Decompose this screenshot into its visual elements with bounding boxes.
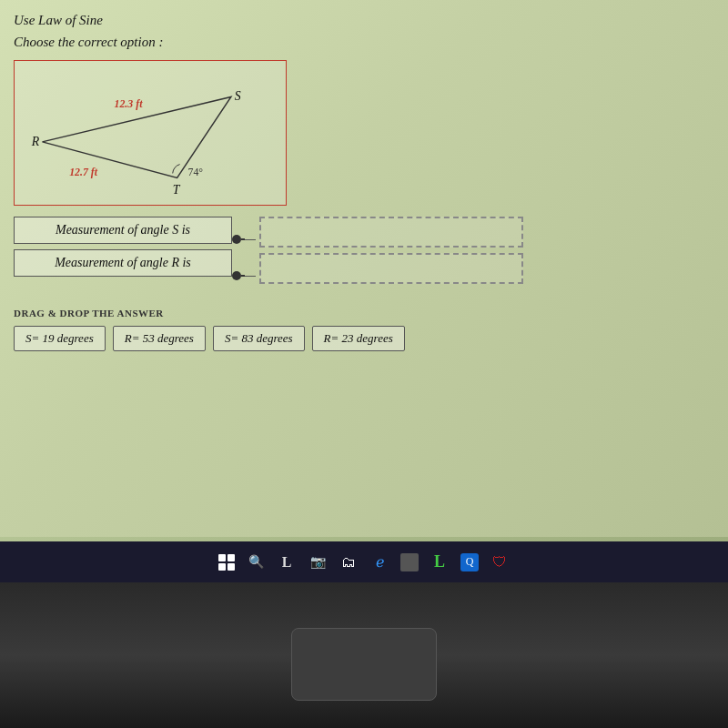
drag-chip-s19[interactable]: S= 19 degrees [14, 326, 106, 351]
edge-icon[interactable]: ℯ [369, 552, 389, 572]
taskbar-l-green[interactable]: L [430, 552, 450, 572]
drag-chip-r53[interactable]: R= 53 degrees [113, 326, 206, 351]
question-label-s: Measurement of angle S is [14, 217, 232, 244]
instructions: Use Law of Sine Choose the correct optio… [14, 9, 705, 53]
svg-text:74°: 74° [187, 166, 203, 178]
content-area: Use Law of Sine Choose the correct optio… [14, 9, 705, 351]
connector-dot-s [232, 235, 241, 244]
instruction-line2: Choose the correct option : [14, 31, 705, 53]
taskbar-icon-box1[interactable] [400, 553, 419, 571]
connector-dot-r [232, 271, 241, 280]
svg-text:T: T [173, 183, 181, 197]
taskbar-icon-l[interactable]: L [277, 552, 297, 572]
taskbar-icon-red[interactable]: 🛡 [490, 552, 510, 572]
svg-text:12.7 ft: 12.7 ft [69, 166, 98, 178]
taskbar: 🔍 L 📷 🗂 ℯ L Q 🛡 [0, 541, 728, 582]
svg-text:S: S [235, 89, 241, 103]
triangle-diagram: R S T 12.3 ft 12.7 ft 74° [14, 60, 287, 206]
drag-chip-r23[interactable]: R= 23 degrees [312, 326, 405, 351]
triangle-svg: R S T 12.3 ft 12.7 ft 74° [15, 61, 286, 205]
drop-zone-r[interactable] [259, 253, 523, 284]
drag-options: S= 19 degrees R= 53 degrees S= 83 degree… [14, 326, 705, 351]
windows-start-button[interactable] [218, 554, 235, 571]
questions-area: Measurement of angle S is Measurement of… [14, 217, 705, 291]
laptop-bottom-bezel [0, 582, 728, 728]
drop-zone-s[interactable] [259, 217, 523, 248]
question-label-r: Measurement of angle R is [14, 249, 232, 277]
search-icon[interactable]: 🔍 [246, 552, 266, 572]
instruction-line1: Use Law of Sine [14, 9, 705, 31]
trackpad[interactable] [291, 628, 437, 701]
drag-label: DRAG & DROP THE ANSWER [14, 308, 705, 318]
drag-section: DRAG & DROP THE ANSWER S= 19 degrees R= … [14, 308, 705, 351]
drag-chip-s83[interactable]: S= 83 degrees [213, 326, 305, 351]
taskbar-icon-blue[interactable]: Q [460, 553, 479, 571]
camera-icon[interactable]: 📷 [308, 552, 328, 572]
svg-text:R: R [31, 135, 40, 148]
svg-text:12.3 ft: 12.3 ft [115, 97, 144, 110]
folder-icon[interactable]: 🗂 [339, 552, 359, 572]
